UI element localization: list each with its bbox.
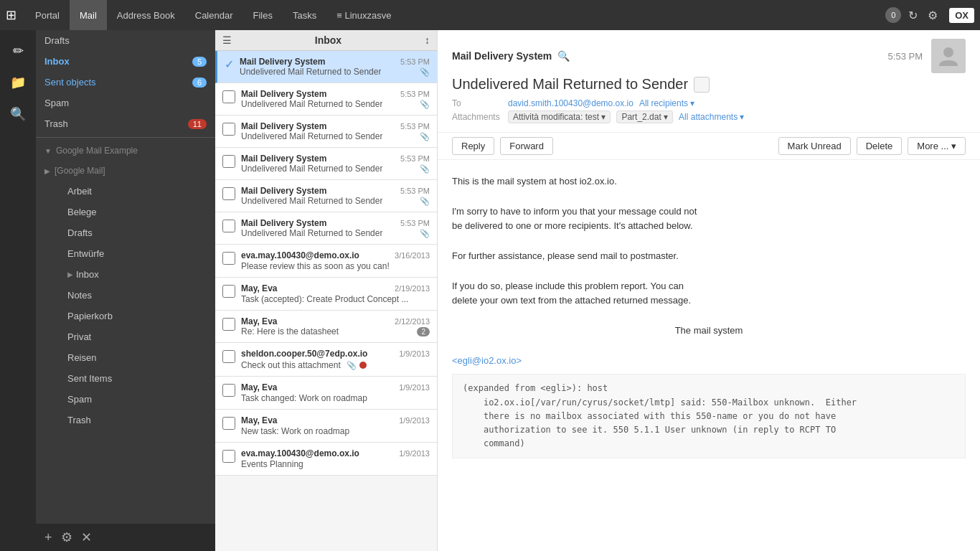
message-checkbox[interactable] <box>222 123 235 136</box>
message-sender: Mail Delivery System <box>241 186 326 196</box>
nav-address-book[interactable]: Address Book <box>107 0 185 30</box>
folder-google-mail-section[interactable]: ▼ Google Mail Example <box>36 141 215 161</box>
attachment-tag-1[interactable]: Attività modificata: test ▾ <box>508 110 611 123</box>
nav-user[interactable]: ≡ Linuxzasve <box>326 0 401 30</box>
folder-privat[interactable]: Privat <box>36 326 215 347</box>
reading-header: Mail Delivery System 🔍 5:53 PM Undeliver… <box>438 30 980 133</box>
nav-portal[interactable]: Portal <box>25 0 70 30</box>
reading-fields: To david.smith.100430@demo.ox.io All rec… <box>452 98 966 123</box>
message-sender: May, Eva <box>241 382 277 392</box>
message-row[interactable]: sheldon.cooper.50@7edp.ox.io 1/9/2013 Ch… <box>215 343 437 377</box>
nav-tasks[interactable]: Tasks <box>283 0 326 30</box>
refresh-icon[interactable]: ↻ <box>905 6 920 25</box>
message-checkbox[interactable] <box>222 384 235 397</box>
message-row[interactable]: eva.may.100430@demo.ox.io 1/9/2013 Event… <box>215 443 437 476</box>
folder-drafts-google[interactable]: Drafts <box>36 222 215 243</box>
message-content: eva.may.100430@demo.ox.io 1/9/2013 Event… <box>241 448 430 469</box>
remove-folder-icon[interactable]: ✕ <box>81 529 92 545</box>
reading-time: 5:53 PM <box>888 51 923 62</box>
message-row[interactable]: eva.may.100430@demo.ox.io 3/16/2013 Plea… <box>215 245 437 278</box>
folder-google-mail-sub[interactable]: ▶ [Google Mail] <box>36 161 215 181</box>
message-row[interactable]: Mail Delivery System 5:53 PM Undelivered… <box>215 116 437 148</box>
nav-files[interactable]: Files <box>243 0 283 30</box>
add-folder-button[interactable]: + <box>44 530 52 545</box>
notification-badge[interactable]: 0 <box>885 7 901 23</box>
nav-calendar[interactable]: Calendar <box>185 0 243 30</box>
message-checkbox[interactable] <box>222 187 235 200</box>
delete-button[interactable]: Delete <box>857 137 903 155</box>
message-row[interactable]: May, Eva 1/9/2013 Task changed: Work on … <box>215 377 437 410</box>
folder-drafts[interactable]: Drafts <box>36 30 215 51</box>
settings-gear-icon[interactable]: ⚙ <box>925 6 941 25</box>
message-sender: May, Eva <box>241 415 277 425</box>
mark-unread-button[interactable]: Mark Unread <box>778 137 851 155</box>
list-view-icon[interactable]: ☰ <box>222 34 232 46</box>
folder-reisen[interactable]: Reisen <box>36 347 215 368</box>
all-recipients-link[interactable]: All recipients ▾ <box>639 98 694 108</box>
message-row[interactable]: ✓ Mail Delivery System 5:53 PM Undeliver… <box>215 51 437 83</box>
folder-inbox[interactable]: Inbox 5 <box>36 51 215 72</box>
attachment-icon: 📎 <box>347 361 357 370</box>
reading-body: This is the mail system at host io2.ox.i… <box>438 160 980 551</box>
folder-trash-google[interactable]: Trash <box>36 410 215 430</box>
message-checkbox[interactable] <box>222 450 235 463</box>
message-checkbox[interactable] <box>222 285 235 298</box>
expand-arrow-icon: ▶ <box>44 167 50 175</box>
sender-search-icon[interactable]: 🔍 <box>557 50 570 62</box>
collapse-arrow-icon: ▼ <box>44 147 52 155</box>
search-side-icon[interactable]: 🔍 <box>4 100 32 128</box>
reading-toolbar: Reply Forward Mark Unread Delete More ..… <box>438 133 980 160</box>
compose-icon[interactable]: ✏ <box>4 37 32 65</box>
message-checkbox[interactable] <box>222 90 235 103</box>
attachment-icon: 📎 <box>420 67 430 77</box>
folder-arbeit[interactable]: Arbeit <box>36 181 215 202</box>
folder-papierkorb[interactable]: Papierkorb <box>36 306 215 326</box>
message-row[interactable]: Mail Delivery System 5:53 PM Undelivered… <box>215 83 437 116</box>
message-row[interactable]: May, Eva 2/19/2013 Task (accepted): Crea… <box>215 278 437 311</box>
forward-button[interactable]: Forward <box>500 137 553 155</box>
message-row[interactable]: May, Eva 1/9/2013 New task: Work on road… <box>215 410 437 443</box>
message-checkbox[interactable] <box>222 318 235 331</box>
nav-mail[interactable]: Mail <box>70 0 107 30</box>
body-line-6: delete your own text from the attached r… <box>452 293 966 309</box>
top-nav: ⊞ Portal Mail Address Book Calendar File… <box>0 0 980 30</box>
message-time: 1/9/2013 <box>399 449 430 458</box>
folder-entwurfe[interactable]: Entwürfe <box>36 243 215 264</box>
folder-trash[interactable]: Trash 11 <box>36 113 215 134</box>
body-line-7: The mail system <box>452 324 966 339</box>
message-sender: sheldon.cooper.50@7edp.ox.io <box>241 349 367 359</box>
message-time: 5:53 PM <box>400 90 430 98</box>
folder-icon[interactable]: 📁 <box>4 69 32 96</box>
attachment-tag-2[interactable]: Part_2.dat ▾ <box>616 110 673 123</box>
message-row[interactable]: Mail Delivery System 5:53 PM Undelivered… <box>215 148 437 180</box>
email-link[interactable]: <egli@io2.ox.io> <box>452 355 522 366</box>
folder-notes[interactable]: Notes <box>36 285 215 306</box>
message-checkbox[interactable] <box>222 220 235 232</box>
folder-belege[interactable]: Belege <box>36 202 215 222</box>
message-checkbox[interactable] <box>222 350 235 363</box>
folder-spam-google[interactable]: Spam <box>36 389 215 410</box>
reply-button[interactable]: Reply <box>452 137 494 155</box>
message-checkbox[interactable] <box>222 155 235 168</box>
to-address[interactable]: david.smith.100430@demo.ox.io <box>508 98 633 108</box>
message-subject: Undelivered Mail Returned to Sender <box>240 67 381 77</box>
sort-icon[interactable]: ↕ <box>425 34 430 46</box>
message-row[interactable]: May, Eva 2/12/2013 Re: Here is the datas… <box>215 311 437 343</box>
message-row[interactable]: Mail Delivery System 5:53 PM Undelivered… <box>215 180 437 212</box>
message-row[interactable]: Mail Delivery System 5:53 PM Undelivered… <box>215 212 437 245</box>
message-checkbox[interactable] <box>222 252 235 265</box>
folder-spam[interactable]: Spam <box>36 93 215 113</box>
apps-grid-icon[interactable]: ⊞ <box>6 7 17 23</box>
to-label: To <box>452 98 502 108</box>
reading-meta-row: Mail Delivery System 🔍 5:53 PM <box>452 39 966 73</box>
more-button[interactable]: More ... ▾ <box>908 137 966 155</box>
folder-inbox-google[interactable]: ▶ Inbox <box>36 264 215 285</box>
folder-sent-items[interactable]: Sent Items <box>36 368 215 389</box>
message-checkbox[interactable] <box>222 417 235 430</box>
attachment-icon: 📎 <box>420 164 430 174</box>
all-attachments-link[interactable]: All attachments ▾ <box>679 112 744 122</box>
folder-sent[interactable]: Sent objects 6 <box>36 72 215 93</box>
folder-settings-icon[interactable]: ⚙ <box>61 529 72 545</box>
flag-button[interactable] <box>694 77 710 93</box>
message-time: 5:53 PM <box>400 187 430 195</box>
